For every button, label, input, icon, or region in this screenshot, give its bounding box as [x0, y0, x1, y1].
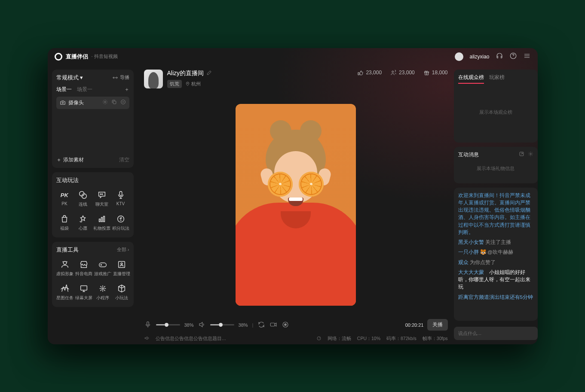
chat-message: 一只小胖 🐯 @吹牛赫赫: [458, 249, 533, 256]
tool-mic[interactable]: KTV: [112, 188, 129, 209]
announce-icon: [144, 335, 150, 342]
category-tag[interactable]: 饥荒: [167, 80, 182, 88]
mic-icon: [116, 190, 126, 200]
source-camera-item[interactable]: 摄像头: [56, 97, 129, 109]
svg-point-25: [285, 323, 287, 325]
status-bitrate: 码率：872kb/s: [386, 336, 417, 342]
add-scene-button[interactable]: ＋: [124, 86, 129, 93]
tool-wish[interactable]: 心愿: [75, 213, 92, 233]
chat-message: 观众 为你点赞了: [458, 259, 533, 266]
tab-players[interactable]: 玩家榜: [489, 74, 505, 84]
gift-message-panel: 互动消息 展示本场礼物信息: [454, 147, 538, 183]
tool-star[interactable]: 星图任务: [56, 282, 74, 303]
record-icon[interactable]: [282, 321, 289, 329]
tool-game[interactable]: 游戏推广: [94, 258, 111, 279]
scene-panel: 常规模式 ▾ 导播 场景一 场景一 ＋ 摄像头: [52, 70, 134, 168]
tool-app[interactable]: 小程序: [94, 282, 111, 303]
add-material-button[interactable]: ＋ 添加素材: [56, 156, 84, 164]
chat-icon: [97, 190, 107, 200]
source-copy-icon[interactable]: [111, 99, 117, 106]
stat-likes: 23,000: [357, 70, 382, 76]
cube-icon: [117, 284, 126, 293]
vote-icon: [97, 214, 107, 224]
svg-rect-3: [113, 101, 116, 104]
svg-rect-8: [119, 191, 122, 195]
app-title: 直播伴侣: [66, 53, 88, 61]
user-avatar[interactable]: [455, 52, 463, 61]
tool-pk[interactable]: PKPK: [56, 188, 73, 209]
audience-panel: 在线观众榜 玩家榜 展示本场观众榜: [454, 70, 538, 143]
location-tag[interactable]: 杭州: [185, 81, 201, 87]
svg-rect-23: [271, 323, 275, 326]
scene-tab-2[interactable]: 场景一: [77, 86, 92, 93]
interactive-play-panel: 互动玩法 PKPK连线聊天室KTV福袋心愿礼物投票积分玩法: [52, 172, 134, 237]
headset-icon[interactable]: [496, 52, 503, 61]
stream-preview[interactable]: [236, 104, 356, 306]
svg-rect-10: [101, 217, 102, 222]
clear-button[interactable]: 清空: [119, 156, 129, 164]
svg-rect-13: [99, 263, 106, 267]
svg-rect-9: [99, 219, 100, 222]
tool-bag[interactable]: 福袋: [56, 213, 73, 233]
popout-icon[interactable]: [519, 151, 524, 158]
director-button[interactable]: 导播: [112, 74, 129, 81]
app-icon: [98, 284, 107, 293]
wish-icon: [78, 214, 88, 224]
tool-chat[interactable]: 聊天室: [93, 188, 110, 209]
svg-point-18: [187, 83, 188, 84]
end-stream-button[interactable]: 关播: [427, 319, 448, 331]
source-delete-icon[interactable]: [120, 99, 126, 106]
host-avatar[interactable]: [144, 70, 163, 88]
svg-rect-22: [147, 322, 149, 325]
bag-icon: [60, 214, 69, 224]
mic-icon[interactable]: [144, 321, 152, 329]
help-icon[interactable]: [509, 52, 517, 61]
screen-icon: [79, 284, 89, 293]
camera-icon[interactable]: [270, 321, 277, 329]
tool-manage[interactable]: 直播管理: [113, 258, 130, 279]
stat-viewers: 23,000: [390, 70, 415, 76]
gift-empty-text: 展示本场礼物信息: [458, 158, 533, 179]
status-network: 网络：流畅: [328, 336, 351, 342]
speaker-icon[interactable]: [198, 321, 206, 329]
system-message: 欢迎来到直播间！抖音严禁未成年人直播或打赏。直播间内严禁出现违法违规、低俗色情吸…: [458, 192, 533, 237]
tool-avatar[interactable]: 虚拟形象: [56, 258, 74, 279]
room-title: Alizy的直播间: [167, 70, 204, 77]
chat-message: 距离官方频道演出结束还有5分钟: [458, 294, 533, 301]
manage-icon: [117, 260, 126, 269]
speaker-volume-value: 38%: [239, 322, 248, 328]
svg-rect-11: [103, 216, 104, 222]
chat-panel: 欢迎来到直播间！抖音严禁未成年人直播或打赏。直播间内严禁出现违法违规、低俗色情吸…: [454, 188, 538, 321]
mic-volume-slider[interactable]: [156, 324, 180, 325]
stat-gifts: 18,000: [423, 70, 448, 76]
refresh-icon[interactable]: [257, 321, 265, 329]
announcement-text: 公告信息公告信息公告信息题目…: [156, 336, 227, 342]
coin-icon: [116, 214, 126, 224]
tool-cube[interactable]: 小玩法: [113, 282, 130, 303]
game-icon: [98, 260, 107, 269]
stream-timer: 00:20:21: [405, 322, 424, 328]
tab-online-audience[interactable]: 在线观众榜: [458, 74, 484, 84]
tool-shop[interactable]: 抖音电商: [75, 258, 92, 279]
tool-coin[interactable]: 积分玩法: [112, 213, 129, 233]
chat-input[interactable]: 说点什么…: [454, 327, 538, 340]
svg-point-6: [100, 194, 101, 194]
scene-tab-1[interactable]: 场景一: [56, 86, 72, 93]
user-name[interactable]: alizyxiao: [469, 54, 489, 60]
tool-link[interactable]: 连线: [75, 188, 92, 209]
tool-vote[interactable]: 礼物投票: [93, 213, 110, 233]
gift-settings-icon[interactable]: [528, 151, 533, 158]
tools-more-button[interactable]: 全部 ›: [117, 246, 129, 253]
speaker-volume-slider[interactable]: [210, 324, 234, 325]
menu-icon[interactable]: [523, 52, 531, 61]
source-settings-icon[interactable]: [102, 99, 108, 106]
mode-selector[interactable]: 常规模式 ▾: [56, 74, 83, 82]
audience-empty-text: 展示本场观众榜: [458, 86, 533, 138]
svg-rect-16: [80, 286, 87, 290]
dashboard-icon[interactable]: [316, 336, 322, 342]
svg-point-15: [121, 263, 123, 264]
edit-title-icon[interactable]: [206, 70, 212, 77]
tool-screen[interactable]: 绿幕大屏: [75, 282, 92, 303]
svg-text:PK: PK: [61, 191, 69, 198]
svg-point-28: [530, 153, 531, 155]
